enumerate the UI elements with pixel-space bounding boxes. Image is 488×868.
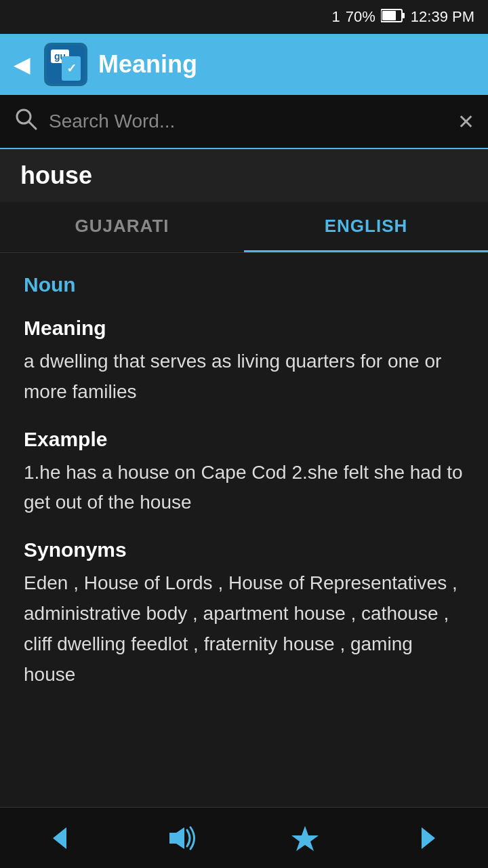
synonyms-section: Synonyms Eden , House of Lords , House o… — [24, 538, 464, 690]
meaning-section: Meaning a dwelling that serves as living… — [24, 317, 464, 408]
svg-marker-5 — [53, 827, 66, 849]
svg-rect-2 — [382, 11, 396, 20]
example-heading: Example — [24, 428, 464, 451]
meaning-heading: Meaning — [24, 317, 464, 340]
synonyms-heading: Synonyms — [24, 538, 464, 561]
svg-line-4 — [28, 121, 36, 129]
app-logo: gu ✓ — [44, 43, 87, 86]
nav-forward-button[interactable] — [386, 814, 468, 862]
app-header: ◀ gu ✓ Meaning — [0, 34, 488, 95]
search-icon — [14, 106, 38, 136]
tab-gujarati[interactable]: GUJARATI — [0, 202, 244, 252]
time-text: 12:39 PM — [411, 8, 474, 26]
svg-rect-1 — [402, 13, 405, 18]
nav-star-button[interactable] — [264, 814, 346, 862]
tab-english[interactable]: ENGLISH — [244, 202, 488, 252]
nav-back-button[interactable] — [20, 814, 102, 862]
back-arrow-icon[interactable]: ◀ — [14, 52, 30, 77]
example-section: Example 1.he has a house on Cape Cod 2.s… — [24, 428, 464, 519]
synonyms-text: Eden , House of Lords , House of Represe… — [24, 568, 464, 690]
bottom-nav — [0, 807, 488, 868]
part-of-speech-section: Noun — [24, 273, 464, 296]
svg-marker-7 — [291, 826, 319, 851]
search-bar: ✕ — [0, 95, 488, 149]
clear-icon[interactable]: ✕ — [458, 110, 474, 134]
svg-marker-6 — [169, 827, 184, 849]
search-input[interactable] — [49, 111, 447, 132]
battery-text: 70% — [346, 8, 375, 26]
network-indicator: 1 — [332, 8, 340, 26]
svg-marker-8 — [422, 827, 435, 849]
app-title: Meaning — [98, 50, 197, 79]
part-of-speech-label: Noun — [24, 273, 464, 296]
tabs-container: GUJARATI ENGLISH — [0, 202, 488, 253]
content-area: Noun Meaning a dwelling that serves as l… — [0, 253, 488, 778]
status-icons: 1 70% 12:39 PM — [332, 8, 474, 26]
battery-icon — [381, 8, 405, 26]
word-title-bar: house — [0, 149, 488, 202]
word-title: house — [20, 161, 92, 189]
meaning-text: a dwelling that serves as living quarter… — [24, 347, 464, 408]
status-bar: 1 70% 12:39 PM — [0, 0, 488, 34]
nav-sound-button[interactable] — [142, 814, 224, 862]
example-text: 1.he has a house on Cape Cod 2.she felt … — [24, 458, 464, 519]
